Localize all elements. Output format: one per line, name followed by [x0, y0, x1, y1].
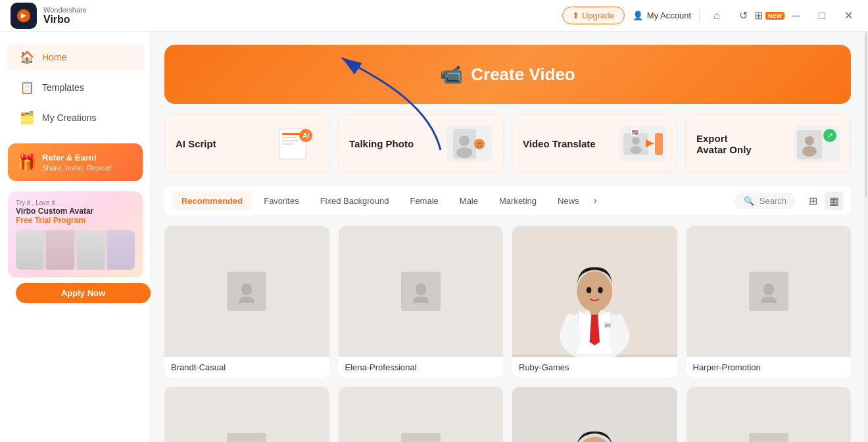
- refer-icon: 🎁: [17, 153, 37, 172]
- home-window-btn[interactable]: ⌂: [708, 7, 726, 25]
- video-translate-card[interactable]: Video Translate 🇺🇸: [512, 114, 677, 173]
- promo2-small-title: Try it , Love it.: [16, 199, 135, 207]
- harper-placeholder: [749, 272, 788, 311]
- tab-fixed-background[interactable]: Fixed Background: [311, 192, 398, 210]
- tab-recommended[interactable]: Recommended: [172, 192, 252, 210]
- close-button[interactable]: ✕: [839, 7, 857, 25]
- elena-placeholder: [401, 272, 441, 311]
- talking-photo-card[interactable]: Talking Photo 🎵: [338, 114, 504, 173]
- upgrade-label: Upgrade: [582, 11, 615, 20]
- minimize-button[interactable]: ─: [786, 7, 805, 25]
- export-avatar-label: Export: [696, 133, 752, 144]
- tab-favorites[interactable]: Favorites: [254, 192, 308, 210]
- svg-text:↗: ↗: [827, 131, 833, 140]
- avatar-card-ruby[interactable]: STAFF Ruby-Games: [512, 226, 677, 378]
- scrollbar-thumb[interactable]: [865, 33, 867, 197]
- grid-icon: ⊞: [754, 9, 763, 22]
- tabs-more-button[interactable]: ›: [594, 195, 597, 207]
- refer-earn-promo[interactable]: 🎁 Refer & Earn! Share, Invite, Repeat!: [8, 143, 143, 181]
- tab-marketing[interactable]: Marketing: [490, 192, 546, 210]
- upgrade-button[interactable]: ⬆ Upgrade: [562, 7, 625, 24]
- svg-point-31: [577, 271, 612, 312]
- brandt-info: Brandt-Casual: [164, 357, 329, 378]
- svg-point-16: [630, 146, 642, 154]
- content-wrapper: 📹 Create Video AI Script: [164, 45, 851, 442]
- svg-rect-6: [282, 143, 294, 145]
- sidebar-item-my-creations[interactable]: 🗂️ My Creations: [7, 104, 144, 132]
- avatar-card-5[interactable]: HOT: [164, 387, 329, 442]
- avatar-card-elena[interactable]: Elena-Professional: [339, 226, 504, 378]
- sidebar-item-home[interactable]: 🏠 Home: [7, 43, 144, 71]
- avatar5-image: [164, 387, 329, 442]
- tab-male[interactable]: Male: [450, 192, 487, 210]
- ruby-info: Ruby-Games: [512, 357, 677, 378]
- feature-cards: AI Script AI: [164, 114, 851, 173]
- avatar-card-6[interactable]: [339, 387, 504, 442]
- elena-image: [339, 226, 504, 357]
- upgrade-icon: ⬆: [572, 11, 579, 20]
- search-tab-input[interactable]: 🔍 Search: [735, 193, 796, 209]
- view-icon-grid[interactable]: ▦: [825, 191, 843, 210]
- view-toggle: ⊞ ▦: [804, 191, 843, 210]
- svg-rect-40: [408, 439, 434, 442]
- svg-point-22: [805, 136, 814, 145]
- brandt-image: [164, 226, 329, 357]
- apply-now-button[interactable]: Apply Now: [16, 283, 151, 303]
- export-avatar-card[interactable]: Export Avatar Only ↗: [685, 114, 851, 173]
- grid-window-btn[interactable]: ⊞ NEW: [760, 7, 779, 25]
- elena-name: Elena-Professional: [345, 362, 497, 372]
- content-area: 📹 Create Video AI Script: [151, 32, 864, 442]
- svg-rect-41: [512, 389, 677, 442]
- svg-text:AI: AI: [302, 132, 309, 139]
- svg-rect-20: [655, 133, 663, 155]
- tab-news[interactable]: News: [548, 192, 589, 210]
- svg-point-33: [598, 287, 603, 293]
- maximize-button[interactable]: □: [813, 7, 831, 25]
- svg-rect-45: [756, 439, 782, 442]
- svg-rect-5: [282, 140, 299, 141]
- view-icon-list[interactable]: ⊞: [804, 191, 822, 210]
- svg-text:🎵: 🎵: [476, 141, 483, 148]
- new-badge: NEW: [765, 12, 784, 20]
- tabs-bar: Recommended Favorites Fixed Background F…: [164, 186, 851, 215]
- avatar-card-7[interactable]: [512, 387, 677, 442]
- export-avatar-label2: Avatar Only: [696, 144, 752, 155]
- svg-point-11: [456, 147, 472, 158]
- my-account-button[interactable]: 👤 My Account: [633, 11, 691, 20]
- create-video-banner[interactable]: 📹 Create Video: [164, 45, 851, 104]
- app-logo-icon: [11, 3, 37, 29]
- refer-title: Refer & Earn!: [42, 153, 112, 162]
- promo2-title: Virbo Custom Avatar: [16, 207, 135, 216]
- avatar-card-8[interactable]: [687, 387, 852, 442]
- sidebar-home-label: Home: [42, 52, 66, 62]
- sidebar-creations-label: My Creations: [42, 112, 96, 123]
- svg-rect-3: [282, 133, 301, 135]
- logo-brand: Wondershare: [43, 6, 87, 14]
- harper-info: Harper-Promotion: [687, 357, 852, 378]
- svg-rect-39: [233, 439, 260, 442]
- svg-rect-4: [282, 137, 297, 138]
- avatar8-image: [687, 387, 852, 442]
- avatar6-placeholder: [401, 433, 441, 442]
- video-translate-image: 🇺🇸: [620, 126, 666, 162]
- sidebar-item-templates[interactable]: 📋 Templates: [7, 74, 144, 101]
- history-window-btn[interactable]: ↺: [734, 7, 752, 25]
- tab-female[interactable]: Female: [400, 192, 447, 210]
- search-icon: 🔍: [744, 196, 754, 206]
- refer-subtitle: Share, Invite, Repeat!: [42, 164, 112, 172]
- scrollbar[interactable]: [864, 32, 868, 442]
- talking-photo-label: Talking Photo: [349, 138, 414, 149]
- ruby-name: Ruby-Games: [519, 362, 671, 372]
- ruby-image: STAFF: [512, 226, 677, 357]
- custom-avatar-promo[interactable]: Try it , Love it. Virbo Custom Avatar Fr…: [8, 191, 143, 308]
- svg-point-32: [587, 287, 592, 293]
- avatar-card-brandt[interactable]: Brandt-Casual: [164, 226, 329, 378]
- avatar-card-harper[interactable]: Harper-Promotion: [687, 226, 852, 378]
- main-layout: 🏠 Home 📋 Templates 🗂️ My Creations 🎁 Ref…: [0, 32, 868, 442]
- ai-script-card[interactable]: AI Script AI: [164, 114, 330, 173]
- avatar8-placeholder: [749, 433, 788, 442]
- export-avatar-image: ↗: [794, 126, 840, 162]
- ai-script-image: AI: [273, 126, 319, 162]
- create-video-label: Create Video: [471, 64, 575, 85]
- title-bar: Wondershare Virbo ⬆ Upgrade 👤 My Account…: [0, 0, 868, 32]
